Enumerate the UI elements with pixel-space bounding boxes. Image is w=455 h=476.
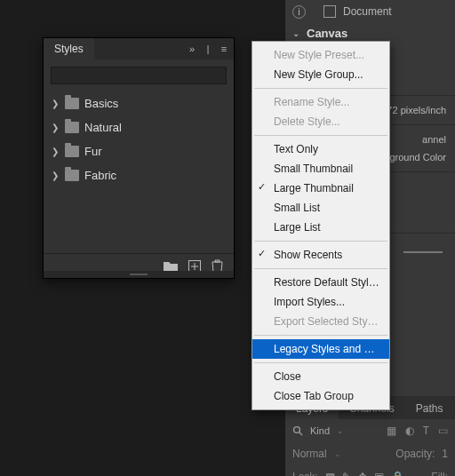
canvas-label: Canvas xyxy=(307,27,347,40)
lock-fill-row: Lock: ▩ ✎ ✥ ▣ 🔒 Fill: xyxy=(285,465,455,476)
folder-icon xyxy=(65,146,79,157)
fill-label: Fill: xyxy=(431,471,448,476)
menu-large-list[interactable]: Large List xyxy=(252,218,389,237)
folder-icon xyxy=(65,122,79,133)
document-label: Document xyxy=(343,5,392,18)
chevron-right-icon: ❯ xyxy=(51,147,60,156)
styles-folder[interactable]: ❯ Basics xyxy=(44,91,234,115)
chevron-down-icon: ⌄ xyxy=(334,449,341,458)
menu-separator xyxy=(254,135,387,136)
styles-folder[interactable]: ❯ Fur xyxy=(44,139,234,163)
menu-export-styles: Export Selected Styles... xyxy=(252,312,389,331)
menu-small-thumbnail[interactable]: Small Thumbnail xyxy=(252,159,389,178)
tab-paths[interactable]: Paths xyxy=(405,398,454,419)
styles-panel-tabstrip: Styles » | ≡ xyxy=(44,38,234,60)
filter-shape-icon[interactable]: ▭ xyxy=(438,424,448,437)
folder-label: Natural xyxy=(84,121,122,134)
layer-filter-row: Kind ⌄ ▦ ◐ T ▭ xyxy=(285,419,455,442)
collapse-icon[interactable]: » xyxy=(186,43,198,55)
menu-large-thumbnail[interactable]: Large Thumbnail xyxy=(252,178,389,198)
blend-mode[interactable]: Normal xyxy=(292,448,327,460)
menu-new-style-group[interactable]: New Style Group... xyxy=(252,65,389,84)
menu-new-style-preset: New Style Preset... xyxy=(252,45,389,65)
filter-pixel-icon[interactable]: ▦ xyxy=(387,424,396,437)
styles-folder-list: ❯ Basics ❯ Natural ❯ Fur ❯ Fabric xyxy=(44,88,234,191)
lock-position-icon[interactable]: ✥ xyxy=(358,471,367,476)
document-icon xyxy=(323,5,336,18)
divider: | xyxy=(202,43,214,55)
filter-kind[interactable]: Kind xyxy=(310,425,330,436)
chevron-right-icon: ❯ xyxy=(51,123,60,132)
lock-artboard-icon[interactable]: ▣ xyxy=(374,471,384,476)
filter-adjust-icon[interactable]: ◐ xyxy=(405,424,414,437)
svg-line-1 xyxy=(299,432,302,435)
menu-separator xyxy=(254,362,387,363)
menu-restore-default[interactable]: Restore Default Styles... xyxy=(252,273,389,292)
menu-import-styles[interactable]: Import Styles... xyxy=(252,292,389,312)
panel-menu-icon[interactable]: ≡ xyxy=(218,43,230,55)
menu-rename-style: Rename Style... xyxy=(252,92,389,112)
tab-styles[interactable]: Styles xyxy=(44,38,94,60)
menu-delete-style: Delete Style... xyxy=(252,112,389,131)
opacity-value[interactable]: 1 xyxy=(442,448,448,460)
menu-legacy-styles[interactable]: Legacy Styles and More xyxy=(252,339,389,359)
folder-label: Fabric xyxy=(84,169,116,182)
info-icon[interactable]: i xyxy=(292,5,306,19)
chevron-right-icon: ❯ xyxy=(51,99,60,108)
menu-close[interactable]: Close xyxy=(252,367,389,386)
styles-folder[interactable]: ❯ Natural xyxy=(44,115,234,139)
filter-type-icon[interactable]: T xyxy=(423,424,429,437)
menu-separator xyxy=(254,241,387,242)
menu-separator xyxy=(254,88,387,89)
lock-brush-icon[interactable]: ✎ xyxy=(342,471,351,476)
styles-search-input[interactable] xyxy=(51,67,227,84)
opacity-label: Opacity: xyxy=(395,448,435,460)
styles-folder[interactable]: ❯ Fabric xyxy=(44,163,234,187)
folder-label: Basics xyxy=(84,97,118,110)
menu-separator xyxy=(254,268,387,269)
menu-small-list[interactable]: Small List xyxy=(252,198,389,218)
styles-panel: Styles » | ≡ ❯ Basics ❯ Natural ❯ Fur ❯ … xyxy=(43,37,235,279)
folder-icon xyxy=(65,98,79,109)
menu-close-tab-group[interactable]: Close Tab Group xyxy=(252,386,389,406)
menu-show-recents[interactable]: Show Recents xyxy=(252,245,389,265)
folder-icon xyxy=(65,170,79,181)
chevron-down-icon: ⌄ xyxy=(292,28,301,38)
lock-all-icon[interactable]: 🔒 xyxy=(391,471,404,476)
menu-separator xyxy=(254,335,387,336)
folder-label: Fur xyxy=(84,145,102,158)
menu-text-only[interactable]: Text Only xyxy=(252,139,389,159)
filter-type-icons: ▦ ◐ T ▭ xyxy=(387,424,448,437)
svg-point-0 xyxy=(294,427,300,433)
lock-label: Lock: xyxy=(292,471,318,476)
stroke-preview xyxy=(403,251,443,253)
lock-pixels-icon[interactable]: ▩ xyxy=(325,471,335,476)
chevron-down-icon: ⌄ xyxy=(337,426,344,435)
search-icon[interactable] xyxy=(292,425,303,436)
resize-grip[interactable] xyxy=(44,271,234,278)
styles-panel-flyout-menu: New Style Preset... New Style Group... R… xyxy=(251,41,390,410)
blend-opacity-row: Normal ⌄ Opacity: 1 xyxy=(285,442,455,465)
chevron-right-icon: ❯ xyxy=(51,171,60,180)
